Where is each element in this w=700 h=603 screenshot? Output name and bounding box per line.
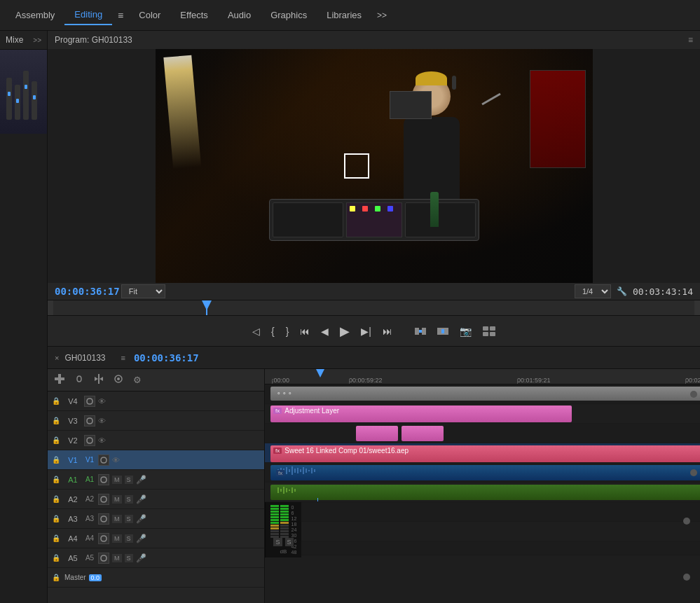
monitor-menu-icon[interactable]: ≡ <box>688 35 693 45</box>
nav-graphics[interactable]: Graphics <box>261 6 317 25</box>
mark-in-button[interactable]: ◁ <box>248 323 264 340</box>
left-panel-more-icon[interactable]: >> <box>33 36 41 44</box>
track-a5-sync[interactable] <box>98 553 109 564</box>
timeline-timecode[interactable]: 00:00:36:17 <box>134 352 199 363</box>
insert-edit-button[interactable] <box>411 324 430 339</box>
step-forward-button[interactable]: ▶| <box>357 323 376 340</box>
eye-v1-icon[interactable]: 👁 <box>112 456 120 464</box>
track-a4-sync[interactable] <box>98 533 109 544</box>
record-a1-icon[interactable]: 🎤 <box>136 475 146 485</box>
v4-output-dot[interactable] <box>690 391 697 398</box>
wrench-icon[interactable]: 🔧 <box>612 286 631 296</box>
clip-adjustment-layer[interactable]: fx Adjustment Layer <box>270 406 572 422</box>
mute-a5-button[interactable]: M <box>112 554 122 562</box>
nav-color[interactable]: Color <box>129 6 170 25</box>
mute-a2-button[interactable]: M <box>112 495 122 504</box>
nav-more-icon[interactable]: >> <box>371 8 392 23</box>
track-a1-target[interactable]: A1 <box>84 476 95 483</box>
nav-effects[interactable]: Effects <box>170 6 218 25</box>
timeline-close-button[interactable]: × <box>55 354 59 362</box>
mute-a1-button[interactable]: M <box>112 476 122 484</box>
track-a2-sync[interactable] <box>98 494 109 505</box>
solo-a4-button[interactable]: S <box>125 534 133 543</box>
overwrite-edit-button[interactable] <box>433 324 453 339</box>
track-v2-sync[interactable] <box>84 435 95 446</box>
lock-a1-icon[interactable]: 🔒 <box>50 474 62 485</box>
mute-a4-button[interactable]: M <box>112 534 122 543</box>
mute-a3-button[interactable]: M <box>112 515 122 523</box>
v1-output-dot[interactable] <box>683 574 690 581</box>
set-out-button[interactable]: } <box>282 323 294 340</box>
timeline-menu-icon[interactable]: ≡ <box>121 354 125 362</box>
track-a2-target[interactable]: A2 <box>84 495 95 503</box>
vu-s-right-button[interactable]: S <box>285 538 294 546</box>
eye-v3-icon[interactable]: 👁 <box>98 417 106 425</box>
track-v1-sync[interactable] <box>98 455 109 466</box>
clip-v4-bar[interactable]: ⚬⚬⚬ <box>270 387 700 401</box>
linked-selection-tool[interactable] <box>71 373 87 387</box>
ruler-mark-3: 00:02:59:19 <box>685 377 700 384</box>
eye-v4-icon[interactable]: 👁 <box>98 397 106 406</box>
clip-v2-2[interactable] <box>402 426 444 441</box>
track-v4-sync[interactable] <box>84 396 95 407</box>
solo-a5-button[interactable]: S <box>125 554 133 562</box>
go-to-out-button[interactable]: ⏭ <box>378 323 397 340</box>
nav-audio[interactable]: Audio <box>218 6 261 25</box>
a1-output-dot[interactable] <box>690 469 697 476</box>
track-targeting-tool[interactable] <box>111 373 126 387</box>
clip-a3[interactable] <box>270 485 700 500</box>
timeline-scrubber[interactable] <box>48 300 700 316</box>
record-a3-icon[interactable]: 🎤 <box>136 514 146 524</box>
lock-a4-icon[interactable]: 🔒 <box>50 533 62 543</box>
clip-v2-1[interactable] <box>356 426 398 441</box>
clip-v1-main[interactable]: fx Sweet 16 Linked Comp 01/sweet16.aep <box>270 445 700 462</box>
track-v1-target[interactable]: V1 <box>84 456 95 464</box>
play-button[interactable]: ▶ <box>336 321 354 342</box>
track-a4-target[interactable]: A4 <box>84 534 95 542</box>
lock-a2-icon[interactable]: 🔒 <box>50 494 62 504</box>
lock-v1-icon[interactable]: 🔒 <box>50 455 62 465</box>
track-a1-sync[interactable] <box>98 474 109 485</box>
record-a5-icon[interactable]: 🎤 <box>136 553 146 563</box>
solo-a3-button[interactable]: S <box>125 515 133 523</box>
solo-a2-button[interactable]: S <box>125 495 133 504</box>
clip-a1[interactable]: fx fx <box>270 465 700 480</box>
track-v3-sync[interactable] <box>84 415 95 427</box>
export-frame-button[interactable]: 📷 <box>455 323 476 340</box>
current-timecode[interactable]: 00:00:36:17 <box>55 286 120 297</box>
nav-libraries[interactable]: Libraries <box>317 6 371 25</box>
track-a5-target[interactable]: A5 <box>84 554 95 562</box>
wrench-tool[interactable]: ⚙ <box>130 373 144 387</box>
vu-s-left-button[interactable]: S <box>273 538 282 546</box>
record-a4-icon[interactable]: 🎤 <box>136 534 146 543</box>
snap-tool[interactable] <box>52 373 67 387</box>
set-in-button[interactable]: { <box>267 323 279 340</box>
v3-output-dot[interactable] <box>683 518 690 525</box>
lock-v3-icon[interactable]: 🔒 <box>50 415 62 426</box>
track-a2-label: A2 <box>64 495 81 504</box>
step-back-button[interactable]: ◀ <box>317 323 333 340</box>
video-preview <box>156 49 593 283</box>
solo-a1-button[interactable]: S <box>125 476 133 484</box>
multi-cam-button[interactable] <box>479 324 500 339</box>
a1-scroll-indicator <box>690 469 697 476</box>
scrubber-track[interactable] <box>48 300 700 315</box>
lock-v4-icon[interactable]: 🔒 <box>50 396 62 406</box>
nav-editing[interactable]: Editing <box>64 5 112 25</box>
eye-v2-icon[interactable]: 👁 <box>98 436 106 445</box>
lock-master-icon[interactable]: 🔒 <box>50 572 62 583</box>
track-a3-sync[interactable] <box>98 513 109 525</box>
lock-a5-icon[interactable]: 🔒 <box>50 553 62 563</box>
adj-fx-badge: fx <box>273 408 282 414</box>
quality-selector[interactable]: 1/4 1/2 Full <box>575 284 611 298</box>
lock-v2-icon[interactable]: 🔒 <box>50 435 62 445</box>
track-row-a1: 🔒 A1 A1 M S 🎤 <box>48 470 264 490</box>
nav-assembly[interactable]: Assembly <box>6 6 64 25</box>
go-to-in-button[interactable]: ⏮ <box>296 323 314 340</box>
add-edit-tool[interactable] <box>91 373 107 387</box>
nav-hamburger-icon[interactable]: ≡ <box>112 7 129 24</box>
lock-a3-icon[interactable]: 🔒 <box>50 513 62 524</box>
record-a2-icon[interactable]: 🎤 <box>136 494 146 504</box>
fit-selector[interactable]: Fit 25% 50% 100% <box>121 284 165 298</box>
track-a3-target[interactable]: A3 <box>84 515 95 522</box>
